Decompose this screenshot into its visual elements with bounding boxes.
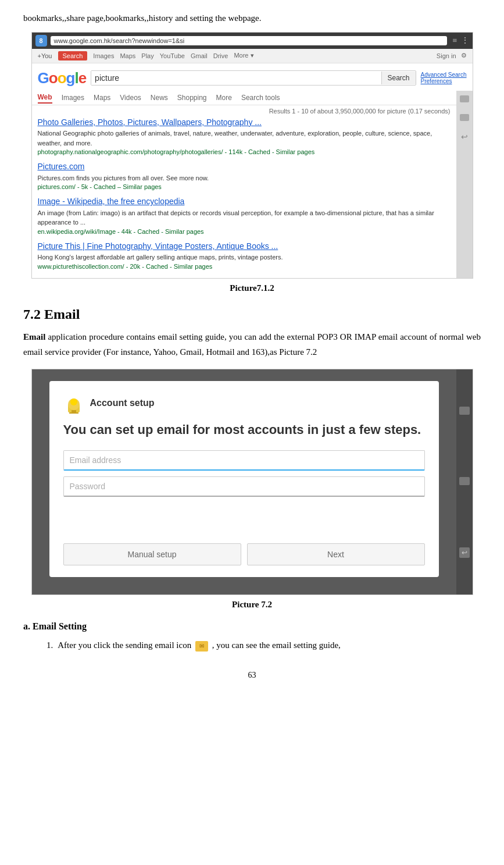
email-chrome-right: ↩ — [456, 369, 473, 595]
caption-2: Picture 7.2 — [23, 600, 481, 610]
search-result-4-desc: Hong Kong's largest affordable art galle… — [38, 252, 451, 262]
browser-more-icon[interactable]: ⋮ — [461, 35, 469, 45]
google-tab-videos[interactable]: Videos — [120, 92, 141, 103]
next-button[interactable]: Next — [247, 543, 425, 565]
email-action-buttons: Manual setup Next — [63, 543, 425, 565]
google-nav-maps[interactable]: Maps — [120, 52, 135, 59]
google-nav-more[interactable]: More ▾ — [234, 52, 253, 59]
google-adv-search-links: Advanced Search Preferences — [421, 72, 467, 84]
search-result-3-desc: An image (from Latin: imago) is an artif… — [38, 208, 451, 227]
browser-menu-icon[interactable]: ≡ — [453, 36, 457, 45]
search-result-1-desc: National Geographic photo galleries of a… — [38, 129, 451, 148]
google-tab-search-tools[interactable]: Search tools — [241, 92, 280, 103]
intro-text: bookmarks,,share page,bookmarks,,history… — [23, 12, 481, 25]
email-chrome-btn-1 — [459, 407, 470, 415]
google-search-input-wrap: Search — [91, 70, 416, 86]
google-nav-images[interactable]: Images — [93, 52, 114, 59]
section-body-text: application procedure contains email set… — [23, 332, 481, 357]
email-app-icon — [195, 641, 208, 652]
svg-point-4 — [70, 398, 77, 405]
google-settings-icon[interactable]: ⚙ — [461, 52, 467, 59]
email-bold-label: Email — [23, 332, 45, 341]
google-main-content: Web Images Maps Videos News Shopping Mor… — [32, 91, 456, 278]
browser-url-bar[interactable]: www.google.com.hk/search?newwindow=1&si — [51, 36, 447, 45]
google-sign-in[interactable]: Sign in — [437, 52, 456, 59]
account-setup-icon — [63, 393, 84, 414]
google-search-button[interactable]: Search — [381, 72, 416, 84]
google-results-stats: Results 1 - 10 of about 3,950,000,000 fo… — [38, 108, 451, 115]
google-inner-content: Web Images Maps Videos News Shopping Mor… — [32, 91, 473, 278]
svg-rect-3 — [69, 412, 78, 414]
google-logo: Google — [38, 69, 87, 87]
google-plus-you[interactable]: +You — [38, 52, 52, 59]
google-tab-news[interactable]: News — [151, 92, 168, 103]
google-preferences-link[interactable]: Preferences — [421, 78, 467, 84]
google-advanced-search-link[interactable]: Advanced Search — [421, 72, 467, 78]
account-setup-body-text: You can set up email for most accounts i… — [63, 422, 425, 439]
search-result-3: Image - Wikipedia, the free encyclopedia… — [38, 196, 451, 235]
google-nav-drive[interactable]: Drive — [213, 52, 228, 59]
chrome-icon-2 — [460, 114, 469, 121]
google-tab-shopping[interactable]: Shopping — [177, 92, 207, 103]
password-field[interactable]: Password — [63, 476, 425, 497]
google-browser-window: 8 www.google.com.hk/search?newwindow=1&s… — [31, 32, 473, 279]
page-number: 63 — [23, 671, 481, 680]
search-result-3-url: en.wikipedia.org/wiki/Image - 44k - Cach… — [38, 228, 451, 235]
email-spacer — [63, 503, 425, 537]
search-result-1: Photo Galleries, Photos, Pictures, Wallp… — [38, 117, 451, 156]
account-setup-title: Account setup — [90, 398, 155, 408]
account-setup-header: Account setup — [63, 393, 425, 414]
search-result-4-title[interactable]: Picture This | Fine Photography, Vintage… — [38, 241, 451, 252]
email-screenshot-container: Account setup You can set up email for m… — [31, 369, 473, 595]
google-tab-images[interactable]: Images — [62, 92, 84, 103]
google-search-input[interactable] — [91, 71, 381, 85]
search-result-2-desc: Pictures.com finds you pictures from all… — [38, 173, 451, 183]
google-right-chrome: ↩ — [456, 91, 473, 278]
search-result-2-title[interactable]: Pictures.com — [38, 161, 451, 173]
google-topnav: +You Search Images Maps Play YouTube Gma… — [32, 49, 473, 63]
sub-section-email-setting: a. Email Setting — [23, 621, 481, 632]
google-topnav-left: +You Search Images Maps Play YouTube Gma… — [38, 51, 254, 60]
section-body-email: Email application procedure contains ema… — [23, 330, 481, 359]
search-result-1-title[interactable]: Photo Galleries, Photos, Pictures, Wallp… — [38, 117, 451, 129]
numbered-list: 1. After you click the sending email ico… — [47, 638, 481, 653]
email-screenshot-wrapper: Account setup You can set up email for m… — [31, 369, 473, 595]
google-screenshot-container: 8 www.google.com.hk/search?newwindow=1&s… — [31, 32, 473, 279]
email-chrome-btn-2 — [459, 477, 470, 485]
google-tab-more[interactable]: More — [216, 92, 232, 103]
google-page: +You Search Images Maps Play YouTube Gma… — [32, 49, 473, 278]
section-heading-email: 7.2 Email — [23, 305, 481, 325]
email-screen-inner: Account setup You can set up email for m… — [32, 369, 456, 595]
numbered-item-1: 1. After you click the sending email ico… — [47, 638, 481, 653]
search-result-4: Picture This | Fine Photography, Vintage… — [38, 241, 451, 270]
search-result-2: Pictures.com Pictures.com finds you pict… — [38, 161, 451, 190]
search-result-2-url: pictures.com/ - 5k - Cached – Similar pa… — [38, 183, 451, 190]
google-tab-web[interactable]: Web — [38, 92, 52, 104]
chrome-icon-1 — [460, 95, 469, 102]
email-chrome-back-btn[interactable]: ↩ — [459, 547, 470, 558]
svg-rect-2 — [72, 410, 76, 412]
email-address-field[interactable]: Email address — [63, 450, 425, 471]
google-searchbar-area: Google Search Advanced Search Preference… — [32, 63, 473, 91]
search-result-4-url: www.picturethiscollection.com/ - 20k - C… — [38, 263, 451, 270]
google-tabs: Web Images Maps Videos News Shopping Mor… — [32, 91, 456, 105]
google-tab-maps[interactable]: Maps — [94, 92, 110, 103]
google-results-area: Results 1 - 10 of about 3,950,000,000 fo… — [32, 105, 456, 278]
google-nav-youtube[interactable]: YouTube — [160, 52, 185, 59]
google-nav-play[interactable]: Play — [141, 52, 153, 59]
browser-chrome-bar: 8 www.google.com.hk/search?newwindow=1&s… — [32, 33, 473, 49]
google-nav-gmail[interactable]: Gmail — [191, 52, 208, 59]
account-setup-box: Account setup You can set up email for m… — [49, 381, 439, 577]
google-nav-search-btn[interactable]: Search — [58, 51, 88, 60]
caption-1: Picture7.1.2 — [23, 283, 481, 293]
browser-app-icon: 8 — [35, 35, 47, 47]
search-result-3-title[interactable]: Image - Wikipedia, the free encyclopedia — [38, 196, 451, 208]
manual-setup-button[interactable]: Manual setup — [63, 543, 241, 565]
chrome-back-icon[interactable]: ↩ — [460, 133, 469, 142]
numbered-item-1-text: After you click the sending email icon ,… — [58, 638, 341, 653]
search-result-1-url: photography.nationalgeographic.com/photo… — [38, 148, 451, 155]
google-topnav-right: Sign in ⚙ — [437, 52, 467, 59]
numbered-item-1-prefix: 1. — [47, 638, 53, 653]
